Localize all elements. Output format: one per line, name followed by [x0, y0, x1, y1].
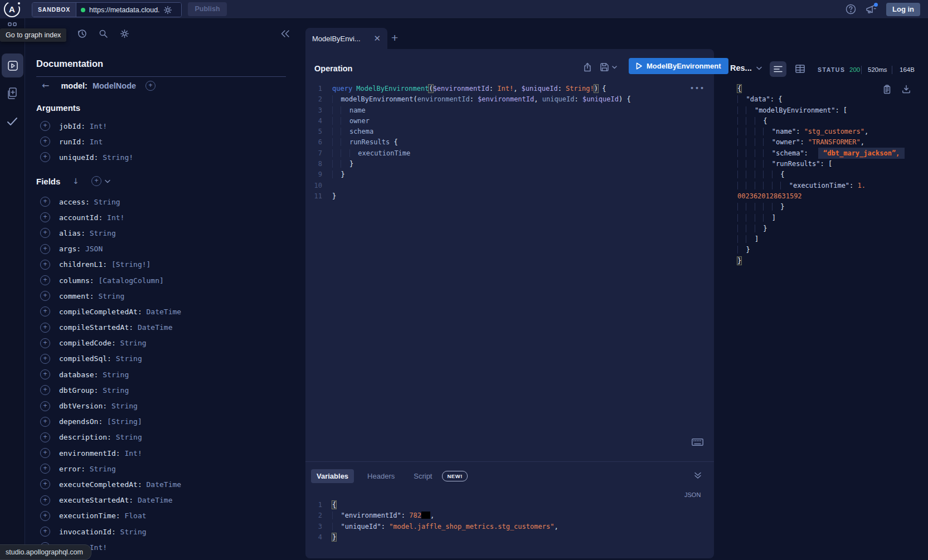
- field-type[interactable]: DateTime: [142, 308, 181, 316]
- schema-field-row[interactable]: +compiledSql: String: [25, 351, 301, 367]
- field-type[interactable]: DateTime: [133, 496, 172, 504]
- schema-field-row[interactable]: +alias: String: [25, 225, 301, 241]
- add-field-icon[interactable]: +: [40, 385, 50, 395]
- field-type[interactable]: Int!: [120, 449, 142, 457]
- response-title[interactable]: Res...: [730, 64, 762, 72]
- explorer-nav-selected[interactable]: [2, 53, 23, 77]
- help-icon[interactable]: [846, 4, 856, 14]
- field-type[interactable]: String: [111, 354, 142, 363]
- list-view-button[interactable]: [770, 61, 786, 77]
- field-type[interactable]: String: [94, 292, 125, 300]
- schema-field-row[interactable]: +dependsOn: [String]: [25, 414, 301, 430]
- field-type[interactable]: String: [90, 198, 120, 206]
- field-type[interactable]: Int!: [103, 213, 124, 222]
- schema-field-row[interactable]: +environmentId: Int!: [25, 445, 301, 461]
- schema-field-row[interactable]: +columns: [CatalogColumn]: [25, 272, 301, 288]
- schema-field-row[interactable]: +database: String: [25, 367, 301, 382]
- add-field-icon[interactable]: +: [40, 354, 50, 364]
- endpoint-settings-gear-icon[interactable]: [163, 6, 172, 14]
- tab-variables[interactable]: Variables: [311, 469, 354, 483]
- field-type[interactable]: String: [111, 433, 142, 441]
- field-type[interactable]: Int: [85, 138, 103, 146]
- schema-field-row[interactable]: +access: String: [25, 194, 301, 210]
- schema-field-row[interactable]: +compileStartedAt: DateTime: [25, 320, 301, 335]
- field-type[interactable]: String!: [98, 153, 133, 162]
- field-type[interactable]: String: [98, 386, 129, 395]
- table-view-button[interactable]: [795, 65, 805, 73]
- add-field-icon[interactable]: +: [40, 479, 50, 489]
- add-field-icon[interactable]: +: [40, 511, 50, 521]
- add-all-fields-icon[interactable]: +: [145, 81, 156, 91]
- back-arrow-icon[interactable]: ←: [42, 80, 49, 91]
- add-field-icon[interactable]: +: [40, 275, 50, 285]
- field-type[interactable]: String: [107, 402, 138, 410]
- breadcrumb-type[interactable]: ModelNode: [93, 81, 136, 90]
- chevron-down-icon[interactable]: [105, 179, 110, 183]
- tab-headers[interactable]: Headers: [362, 469, 400, 483]
- schema-docs-icon[interactable]: [0, 86, 25, 101]
- field-type[interactable]: [CatalogColumn]: [94, 276, 164, 285]
- schema-field-row[interactable]: +uniqueId: String!: [25, 149, 301, 165]
- add-field-icon[interactable]: +: [40, 212, 50, 222]
- add-field-icon[interactable]: +: [40, 121, 50, 131]
- keyboard-shortcuts-icon[interactable]: [692, 439, 703, 446]
- field-type[interactable]: [String!]: [107, 260, 150, 269]
- save-options-chevron-icon[interactable]: [612, 66, 617, 69]
- tab-script[interactable]: Script: [408, 469, 434, 483]
- field-type[interactable]: String: [116, 528, 147, 536]
- checks-icon[interactable]: [0, 116, 25, 126]
- add-field-icon[interactable]: +: [40, 432, 50, 442]
- field-type[interactable]: DateTime: [142, 480, 181, 489]
- apollo-logo[interactable]: A: [4, 1, 20, 17]
- schema-field-row[interactable]: +args: JSON: [25, 241, 301, 257]
- add-field-icon[interactable]: +: [40, 527, 50, 537]
- field-type[interactable]: Int!: [85, 122, 107, 130]
- schema-field-row[interactable]: +invocationId: String: [25, 524, 301, 539]
- schema-field-row[interactable]: +compiledCode: String: [25, 335, 301, 351]
- schema-field-row[interactable]: +executeCompletedAt: DateTime: [25, 476, 301, 492]
- new-tab-icon[interactable]: +: [391, 30, 398, 46]
- endpoint-url-text[interactable]: https://metadata.cloud.get: [89, 6, 159, 14]
- add-field-icon[interactable]: +: [40, 137, 50, 147]
- response-json[interactable]: { "data": { "modelByEnvironment": [ { "n…: [737, 84, 921, 266]
- add-field-icon[interactable]: +: [40, 306, 50, 316]
- announcements-icon[interactable]: [866, 4, 877, 14]
- add-field-icon[interactable]: +: [40, 260, 50, 270]
- add-field-icon[interactable]: +: [40, 464, 50, 474]
- schema-field-row[interactable]: +compileCompletedAt: DateTime: [25, 304, 301, 319]
- field-type[interactable]: String: [85, 229, 116, 237]
- add-field-icon[interactable]: +: [40, 228, 50, 238]
- add-field-icon[interactable]: +: [40, 244, 50, 254]
- add-field-icon[interactable]: +: [40, 495, 50, 505]
- schema-field-row[interactable]: +executionTime: Float: [25, 508, 301, 524]
- add-field-icon[interactable]: +: [40, 291, 50, 301]
- add-field-icon[interactable]: +: [40, 417, 50, 427]
- schema-field-row[interactable]: +comment: String: [25, 288, 301, 304]
- field-type[interactable]: String: [116, 339, 147, 347]
- operation-tab-title[interactable]: ModelByEnvi...: [312, 35, 370, 43]
- settings-gear-icon[interactable]: [120, 29, 129, 38]
- add-field-icon[interactable]: +: [40, 197, 50, 207]
- add-field-icon[interactable]: +: [40, 152, 50, 162]
- add-field-icon[interactable]: +: [40, 448, 50, 458]
- close-tab-icon[interactable]: ✕: [373, 35, 381, 43]
- collapse-panel-icon[interactable]: [280, 30, 290, 38]
- add-field-icon[interactable]: +: [40, 338, 50, 348]
- publish-button[interactable]: Publish: [188, 2, 227, 16]
- add-field-icon[interactable]: +: [40, 369, 50, 379]
- add-field-icon[interactable]: +: [40, 323, 50, 333]
- operation-editor[interactable]: 1query ModelByEnvironment($environmentId…: [311, 84, 707, 202]
- schema-field-row[interactable]: +error: String: [25, 461, 301, 476]
- field-type[interactable]: [String]: [103, 417, 142, 426]
- schema-field-row[interactable]: +description: String: [25, 430, 301, 445]
- field-type[interactable]: String: [98, 371, 129, 379]
- schema-field-row[interactable]: +jobId: Int!: [25, 118, 301, 134]
- field-type[interactable]: JSON: [81, 245, 103, 253]
- share-icon[interactable]: [583, 62, 592, 72]
- field-type[interactable]: String: [85, 465, 116, 473]
- field-type[interactable]: DateTime: [133, 323, 172, 332]
- graph-index-icon[interactable]: [0, 20, 25, 27]
- field-type[interactable]: Float: [120, 512, 147, 520]
- endpoint-url-field[interactable]: https://metadata.cloud.get: [76, 3, 181, 17]
- add-field-icon[interactable]: +: [40, 401, 50, 411]
